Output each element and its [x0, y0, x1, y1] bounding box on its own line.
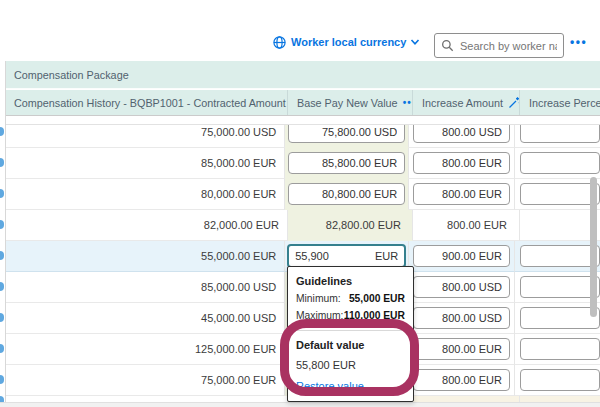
group-header-label: Compensation Package	[14, 69, 129, 81]
contracted-amount-cell: 45,000.00 USD	[5, 303, 285, 334]
guidelines-title: Guidelines	[288, 275, 413, 287]
increase-percent-cell	[515, 272, 600, 303]
base-pay-cell	[285, 179, 409, 210]
increase-amount-cell	[409, 179, 515, 210]
restore-value-link[interactable]: Restore value	[288, 380, 413, 392]
base-pay-cell: 82,800.00 EUR	[288, 210, 413, 241]
contracted-amount-cell: 85,000.00 EUR	[5, 148, 285, 179]
increase-percent-input[interactable]	[520, 245, 600, 267]
table-left-border	[5, 61, 6, 402]
base-pay-input[interactable]	[288, 152, 405, 174]
currency-suffix: EUR	[375, 250, 398, 262]
increase-percent-input[interactable]	[520, 307, 600, 329]
increase-percent-cell	[520, 210, 600, 241]
row-selector-icon[interactable]	[0, 375, 4, 384]
increase-amount-input[interactable]	[413, 369, 510, 391]
increase-amount-input[interactable]	[413, 152, 510, 174]
base-pay-input-focused[interactable]: 55,900 EUR	[287, 244, 406, 268]
search-icon	[441, 39, 454, 52]
currency-selector[interactable]: Worker local currency	[272, 29, 420, 55]
column-header-increase-amount: Increase Amount	[413, 90, 520, 115]
increase-amount-cell	[409, 303, 515, 334]
column-header-increase-percentage: Increase Percentage	[520, 90, 600, 115]
increase-amount-cell: 800.00 EUR	[413, 210, 520, 241]
row-selector-icon[interactable]	[0, 313, 4, 322]
contracted-amount-cell: 125,000.00 EUR	[5, 334, 285, 365]
guideline-minimum: Minimum: 55,000 EUR	[288, 293, 413, 304]
row-selector-icon[interactable]	[0, 189, 4, 198]
table-row-readonly: 82,000.00 EUR 82,800.00 EUR 800.00 EUR	[5, 210, 600, 241]
currency-globe-icon	[272, 35, 287, 50]
increase-percent-input[interactable]	[520, 369, 600, 391]
increase-amount-cell	[409, 334, 515, 365]
guideline-maximum: Maximum: 110,000 EUR	[288, 310, 413, 321]
frozen-header-shadow	[5, 115, 600, 125]
default-value: 55,800 EUR	[288, 359, 413, 371]
base-pay-cell	[285, 148, 409, 179]
currency-selector-label: Worker local currency	[291, 36, 406, 48]
table-row: 85,000.00 EUR	[5, 148, 600, 179]
increase-amount-input[interactable]	[413, 276, 510, 298]
row-selector-icon[interactable]	[0, 127, 4, 136]
contracted-amount-cell: 55,000.00 EUR	[5, 241, 285, 272]
row-selector-icon[interactable]	[0, 220, 4, 229]
row-selector-icon[interactable]	[0, 282, 4, 291]
contracted-amount-cell: 75,000.00 EUR	[5, 365, 285, 396]
increase-amount-cell	[409, 241, 515, 272]
increase-amount-value: 800.00 EUR	[413, 219, 519, 231]
increase-percent-input[interactable]	[520, 338, 600, 360]
increase-percent-cell	[515, 334, 600, 365]
compensation-grid-page: Worker local currency ••• Compensation P…	[0, 0, 600, 407]
increase-amount-cell	[409, 148, 515, 179]
increase-percent-cell	[515, 303, 600, 334]
contracted-amount-cell: 85,000.00 USD	[5, 272, 285, 303]
vertical-scrollbar[interactable]	[590, 177, 597, 317]
row-selector-icon[interactable]	[0, 158, 4, 167]
increase-percent-cell	[515, 179, 600, 210]
group-header-compensation-package: Compensation Package	[5, 61, 600, 89]
increase-amount-input[interactable]	[413, 245, 510, 267]
base-pay-input[interactable]	[288, 183, 405, 205]
worker-search-box[interactable]	[434, 33, 564, 58]
contracted-amount-cell: 82,000.00 EUR	[5, 210, 288, 241]
increase-percent-input[interactable]	[520, 183, 600, 205]
guidelines-popup: Guidelines Minimum: 55,000 EUR Maximum: …	[287, 266, 414, 402]
contracted-amount-cell: 80,000.00 EUR	[5, 179, 285, 210]
increase-percent-input[interactable]	[520, 152, 600, 174]
increase-amount-cell	[409, 365, 515, 396]
column-header-row: Compensation History - BQBP1001 - Contra…	[5, 90, 600, 115]
increase-percent-cell	[515, 365, 600, 396]
magic-wand-icon[interactable]	[508, 96, 520, 109]
increase-percent-cell	[515, 148, 600, 179]
base-pay-edit-value: 55,900	[295, 250, 329, 262]
column-header-base-pay-new-value: Base Pay New Value •••	[288, 90, 413, 115]
table-row: 80,000.00 EUR	[5, 179, 600, 210]
popup-divider	[288, 330, 413, 331]
increase-amount-input[interactable]	[413, 183, 510, 205]
toolbar-more-button[interactable]: •••	[570, 35, 587, 49]
increase-amount-input[interactable]	[413, 307, 510, 329]
increase-amount-input[interactable]	[413, 338, 510, 360]
search-input[interactable]	[458, 39, 559, 53]
page-bottom-strip	[0, 402, 600, 407]
increase-percent-input[interactable]	[520, 276, 600, 298]
column-menu-icon[interactable]: •••	[403, 97, 413, 108]
increase-percent-cell	[515, 241, 600, 272]
column-header-contracted-amount: Compensation History - BQBP1001 - Contra…	[5, 90, 288, 115]
toolbar: Worker local currency •••	[0, 22, 600, 61]
increase-amount-cell	[409, 272, 515, 303]
base-pay-value: 82,800.00 EUR	[288, 219, 412, 231]
chevron-down-icon	[410, 37, 420, 47]
row-selector-icon[interactable]	[0, 251, 4, 260]
row-selector-icon[interactable]	[0, 344, 4, 353]
default-value-title: Default value	[288, 339, 413, 351]
